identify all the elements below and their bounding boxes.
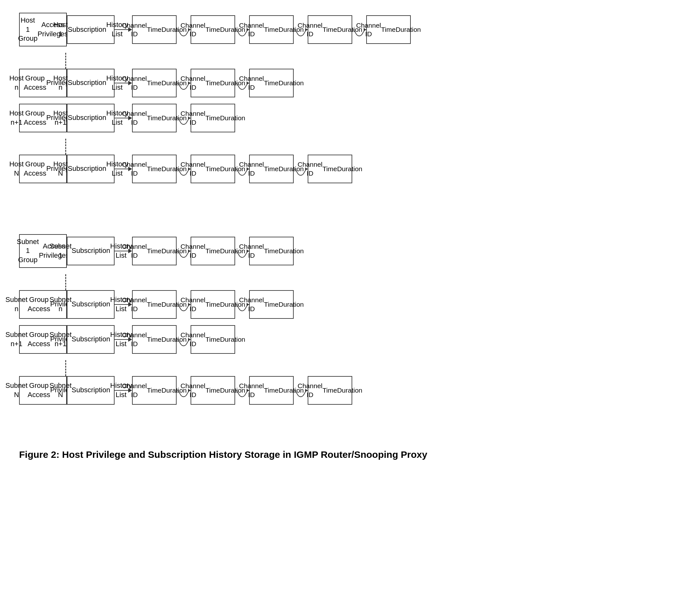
dashed-connector (19, 274, 681, 290)
channel-box: Channel IDTimeDuration (132, 155, 176, 183)
diagram-row: Host nGroup AccessPrivilegesHost nSubscr… (19, 69, 681, 97)
diagram-row: Subnet n+1Group AccessPrivilegesSubnet n… (19, 325, 681, 354)
diagram-row: Subnet nGroup AccessPrivilegesSubnet nSu… (19, 290, 681, 319)
channel-box: Channel IDTimeDuration (308, 376, 352, 405)
diagram-container: Host 1 GroupAccess PrivilegesHost 1Subsc… (19, 13, 681, 460)
channel-box: Channel IDTimeDuration (191, 69, 235, 97)
channel-box: Channel IDTimeDuration (249, 69, 294, 97)
channel-box: Channel IDTimeDuration (191, 290, 235, 319)
channel-box: Channel IDTimeDuration (191, 325, 235, 354)
dashed-connector (19, 53, 681, 69)
channel-box: Channel IDTimeDuration (191, 155, 235, 183)
dashed-connector (19, 139, 681, 155)
channel-box: Channel IDTimeDuration (132, 376, 176, 405)
channel-box: Channel IDTimeDuration (191, 15, 235, 44)
data-box: Subnet NSubscriptionHistory List (67, 376, 115, 405)
channel-box: Channel IDTimeDuration (132, 325, 176, 354)
data-box: Host NSubscriptionHistory List (67, 155, 115, 183)
channel-box: Channel IDTimeDuration (249, 155, 294, 183)
data-box: Subnet n+1SubscriptionHistory List (67, 325, 115, 354)
data-box: Subnet 1SubscriptionHistory List (67, 237, 115, 265)
diagram-row: Host NGroup AccessPrivilegesHost NSubscr… (19, 155, 681, 183)
channel-box: Channel IDTimeDuration (249, 237, 294, 265)
data-box: Host nSubscriptionHistory List (67, 69, 115, 97)
channel-box: Channel IDTimeDuration (249, 290, 294, 319)
diagram-row: Subnet NGroup AccessPrivilegesSubnet NSu… (19, 376, 681, 405)
subnet-section: Subnet 1 GroupAccess PrivilegesSubnet 1S… (19, 234, 681, 411)
channel-box: Channel IDTimeDuration (308, 155, 352, 183)
channel-box: Channel IDTimeDuration (249, 15, 294, 44)
channel-box: Channel IDTimeDuration (308, 15, 352, 44)
channel-box: Channel IDTimeDuration (366, 15, 411, 44)
diagram-row: Host n+1Group AccessPrivilegesHost n+1Su… (19, 104, 681, 132)
channel-box: Channel IDTimeDuration (132, 15, 176, 44)
data-box: Host n+1SubscriptionHistory List (67, 104, 115, 132)
channel-box: Channel IDTimeDuration (132, 237, 176, 265)
channel-box: Channel IDTimeDuration (249, 376, 294, 405)
figure-caption: Figure 2: Host Privilege and Subscriptio… (19, 443, 681, 460)
channel-box: Channel IDTimeDuration (191, 104, 235, 132)
data-box: Subnet nSubscriptionHistory List (67, 290, 115, 319)
channel-box: Channel IDTimeDuration (132, 290, 176, 319)
diagram-row: Subnet 1 GroupAccess PrivilegesSubnet 1S… (19, 234, 681, 268)
channel-box: Channel IDTimeDuration (191, 237, 235, 265)
diagram-row: Host 1 GroupAccess PrivilegesHost 1Subsc… (19, 13, 681, 46)
channel-box: Channel IDTimeDuration (191, 376, 235, 405)
data-box: Host 1SubscriptionHistory List (67, 15, 115, 44)
dashed-connector (19, 360, 681, 376)
host-section: Host 1 GroupAccess PrivilegesHost 1Subsc… (19, 13, 681, 190)
channel-box: Channel IDTimeDuration (132, 69, 176, 97)
channel-box: Channel IDTimeDuration (132, 104, 176, 132)
